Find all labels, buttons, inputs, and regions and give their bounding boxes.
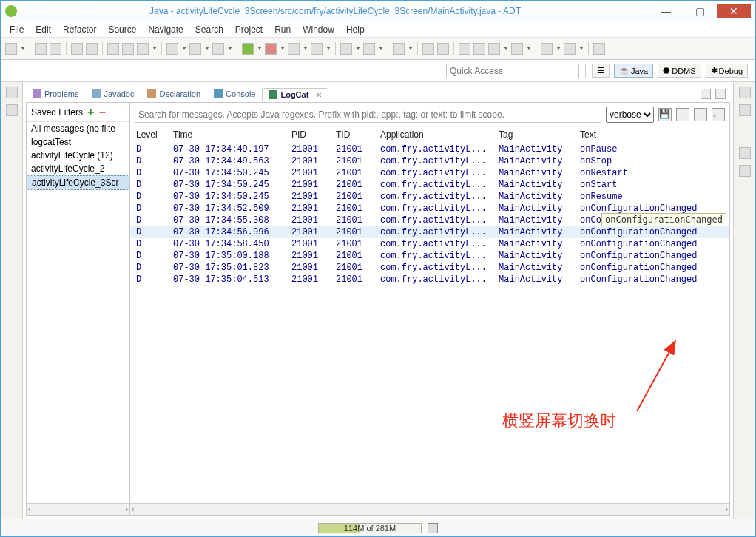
declaration-icon bbox=[147, 90, 156, 98]
close-button[interactable]: ✕ bbox=[717, 4, 751, 18]
restore-button[interactable]: ▢ bbox=[683, 4, 717, 18]
lint-icon[interactable] bbox=[137, 43, 149, 55]
refresh-icon[interactable] bbox=[473, 43, 485, 55]
table-row[interactable]: D07-30 17:34:49.1972100121001com.fry.act… bbox=[130, 143, 729, 156]
tasklist-icon[interactable] bbox=[739, 147, 751, 159]
filter-item[interactable]: activityLifeCycle_3Scr bbox=[27, 175, 129, 190]
menu-source[interactable]: Source bbox=[104, 23, 141, 36]
new-file-icon[interactable] bbox=[189, 43, 201, 55]
run-last-icon[interactable] bbox=[288, 43, 300, 55]
add-filter-button[interactable]: + bbox=[87, 106, 94, 119]
menu-edit[interactable]: Edit bbox=[31, 23, 55, 36]
new-icon[interactable] bbox=[5, 43, 17, 55]
gc-button[interactable] bbox=[428, 523, 438, 533]
log-level-select[interactable]: verbose bbox=[606, 107, 654, 123]
table-row[interactable]: D07-30 17:34:50.2452100121001com.fry.act… bbox=[130, 191, 729, 203]
menu-bar: File Edit Refactor Source Navigate Searc… bbox=[1, 21, 755, 38]
tab-problems[interactable]: Problems bbox=[26, 87, 85, 100]
col-tid[interactable]: TID bbox=[330, 126, 374, 143]
filter-item[interactable]: All messages (no filte bbox=[27, 122, 129, 135]
col-text[interactable]: Text bbox=[574, 126, 729, 143]
log-hscroll[interactable]: ‹› bbox=[130, 503, 729, 515]
perspective-java[interactable]: ☕ Java bbox=[614, 64, 653, 78]
menu-project[interactable]: Project bbox=[231, 23, 267, 36]
package-explorer-icon[interactable] bbox=[6, 104, 18, 116]
table-row[interactable]: D07-30 17:35:00.1882100121001com.fry.act… bbox=[130, 250, 729, 262]
minimize-view-icon[interactable] bbox=[701, 89, 711, 99]
filters-hscroll[interactable]: ‹› bbox=[27, 503, 129, 515]
minimize-button[interactable]: — bbox=[649, 4, 683, 18]
tab-declaration[interactable]: Declaration bbox=[141, 87, 207, 100]
debug-icon[interactable] bbox=[265, 43, 277, 55]
log-search-input[interactable] bbox=[135, 107, 601, 123]
outline-icon[interactable] bbox=[739, 104, 751, 116]
other-view-icon[interactable] bbox=[739, 165, 751, 177]
tab-javadoc[interactable]: Javadoc bbox=[85, 87, 141, 100]
scroll-lock-icon[interactable]: ↓ bbox=[712, 108, 725, 121]
forward-icon[interactable] bbox=[564, 43, 576, 55]
remove-filter-button[interactable]: − bbox=[98, 106, 105, 119]
saved-filters-header: Saved Filters + − bbox=[27, 103, 129, 122]
save-icon[interactable] bbox=[35, 43, 47, 55]
filter-item[interactable]: activityLifeCycle_2 bbox=[27, 162, 129, 175]
home-icon[interactable] bbox=[511, 43, 523, 55]
restore-right-icon[interactable] bbox=[739, 87, 751, 98]
display-view-icon[interactable] bbox=[694, 108, 707, 121]
open-perspective-button[interactable]: ☰ bbox=[592, 64, 610, 78]
new-project-icon[interactable] bbox=[166, 43, 178, 55]
table-header-row: Level Time PID TID Application Tag Text bbox=[130, 126, 729, 143]
col-level[interactable]: Level bbox=[130, 126, 167, 143]
menu-search[interactable]: Search bbox=[191, 23, 228, 36]
tab-console[interactable]: Console bbox=[207, 87, 262, 100]
pin-icon[interactable] bbox=[459, 43, 470, 55]
table-row[interactable]: D07-30 17:35:01.8232100121001com.fry.act… bbox=[130, 262, 729, 274]
toggle-breakpoint-icon[interactable] bbox=[437, 43, 449, 55]
run-icon[interactable] bbox=[242, 43, 254, 55]
saved-filters-list[interactable]: All messages (no filtelogcatTestactivity… bbox=[27, 122, 129, 503]
table-row[interactable]: D07-30 17:34:50.2452100121001com.fry.act… bbox=[130, 167, 729, 179]
col-time[interactable]: Time bbox=[167, 126, 286, 143]
log-table-wrap[interactable]: Level Time PID TID Application Tag Text … bbox=[130, 126, 729, 503]
col-pid[interactable]: PID bbox=[286, 126, 330, 143]
clear-log-icon[interactable] bbox=[676, 108, 689, 121]
tab-logcat[interactable]: LogCat bbox=[262, 88, 328, 101]
toggle-mark-icon[interactable] bbox=[422, 43, 434, 55]
table-row[interactable]: D07-30 17:34:58.4502100121001com.fry.act… bbox=[130, 238, 729, 250]
table-row[interactable]: D07-30 17:34:55.3082100121001com.fry.act… bbox=[130, 215, 729, 226]
perspective-debug[interactable]: ✱ Debug bbox=[706, 64, 748, 78]
restore-left-icon[interactable] bbox=[6, 87, 18, 98]
new-java-icon[interactable] bbox=[340, 43, 352, 55]
upload-icon[interactable] bbox=[86, 43, 98, 55]
download-icon[interactable] bbox=[71, 43, 83, 55]
table-row[interactable]: D07-30 17:34:49.5632100121001com.fry.act… bbox=[130, 155, 729, 167]
menu-window[interactable]: Window bbox=[298, 23, 339, 36]
collapse-icon[interactable] bbox=[593, 43, 605, 55]
filter-item[interactable]: logcatTest bbox=[27, 135, 129, 149]
filter-icon[interactable] bbox=[488, 43, 500, 55]
new-class-icon[interactable] bbox=[363, 43, 375, 55]
menu-run[interactable]: Run bbox=[270, 23, 295, 36]
back-icon[interactable] bbox=[541, 43, 553, 55]
menu-file[interactable]: File bbox=[5, 23, 28, 36]
table-row[interactable]: D07-30 17:35:04.5132100121001com.fry.act… bbox=[130, 274, 729, 286]
external-tools-icon[interactable] bbox=[311, 43, 323, 55]
filter-item[interactable]: activityLifeCycle (12) bbox=[27, 149, 129, 162]
new-package-icon[interactable] bbox=[212, 43, 224, 55]
search-icon[interactable] bbox=[393, 43, 405, 55]
menu-navigate[interactable]: Navigate bbox=[144, 23, 187, 36]
memory-bar[interactable]: 114M of 281M bbox=[318, 523, 422, 533]
menu-refactor[interactable]: Refactor bbox=[58, 23, 101, 36]
table-row[interactable]: D07-30 17:34:56.9962100121001com.fry.act… bbox=[130, 226, 729, 238]
table-row[interactable]: D07-30 17:34:50.2452100121001com.fry.act… bbox=[130, 179, 729, 191]
avd-icon[interactable] bbox=[122, 43, 134, 55]
maximize-view-icon[interactable] bbox=[715, 89, 726, 99]
col-app[interactable]: Application bbox=[374, 126, 493, 143]
quick-access-input[interactable] bbox=[446, 64, 579, 78]
save-all-icon[interactable] bbox=[50, 43, 61, 55]
perspective-ddms[interactable]: ⬣ DDMS bbox=[658, 64, 701, 78]
save-log-icon[interactable]: 💾 bbox=[658, 108, 672, 121]
menu-help[interactable]: Help bbox=[342, 23, 369, 36]
android-sdk-icon[interactable] bbox=[107, 43, 119, 55]
saved-filters-panel: Saved Filters + − All messages (no filte… bbox=[27, 103, 130, 515]
col-tag[interactable]: Tag bbox=[493, 126, 574, 143]
